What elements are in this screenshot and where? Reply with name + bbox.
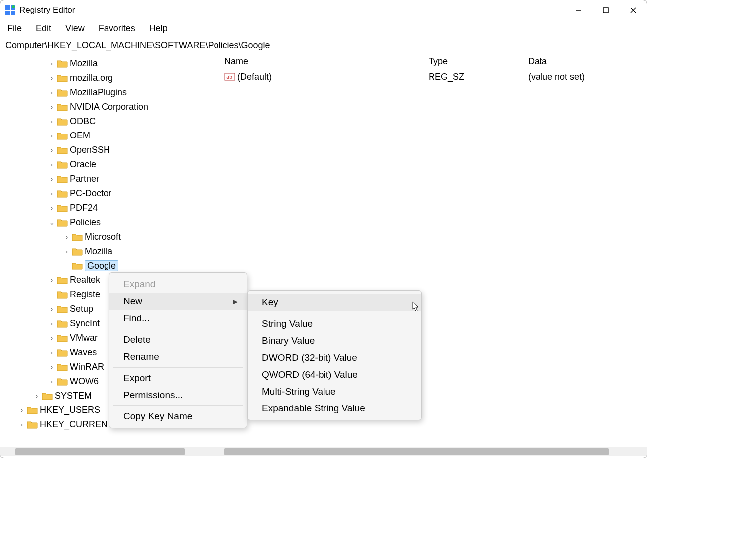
new-key[interactable]: Key (248, 294, 421, 311)
scrollbar-thumb[interactable] (224, 448, 609, 455)
chevron-right-icon[interactable]: › (48, 378, 56, 385)
tree-item-label: WOW6 (70, 376, 99, 387)
folder-icon (57, 377, 68, 386)
chevron-right-icon[interactable]: › (48, 74, 56, 82)
svg-point-4 (12, 5, 15, 8)
chevron-right-icon[interactable]: › (33, 392, 41, 400)
ctx-new[interactable]: New▶ (109, 293, 247, 310)
ctx-delete[interactable]: Delete (109, 331, 247, 348)
chevron-right-icon[interactable]: › (48, 161, 56, 168)
folder-icon (57, 117, 68, 126)
tree-item-policies[interactable]: ⌄Policies (0, 215, 219, 230)
separator (113, 329, 243, 329)
tree-horizontal-scrollbar[interactable] (0, 447, 219, 456)
ctx-rename[interactable]: Rename (109, 348, 247, 365)
column-type[interactable]: Type (429, 56, 528, 67)
tree-item-policies_microsoft[interactable]: ›Microsoft (0, 230, 219, 244)
new-dword-value[interactable]: DWORD (32-bit) Value (248, 349, 421, 366)
tree-item-label: Oracle (70, 159, 96, 170)
tree-item-nvidia[interactable]: ›NVIDIA Corporation (0, 100, 219, 114)
chevron-right-icon[interactable]: › (63, 248, 71, 255)
tree-item-pcdoctor[interactable]: ›PC-Doctor (0, 186, 219, 201)
chevron-right-icon[interactable]: › (48, 60, 56, 67)
value-data: (value not set) (528, 72, 647, 82)
chevron-right-icon[interactable]: › (48, 204, 56, 212)
chevron-right-icon[interactable]: › (48, 276, 56, 284)
chevron-right-icon[interactable]: › (48, 132, 56, 139)
tree-item-label: Setup (70, 304, 93, 314)
chevron-right-icon[interactable]: › (48, 320, 56, 327)
tree-item-label: ODBC (70, 116, 96, 127)
tree-item-label: Policies (70, 217, 101, 228)
chevron-right-icon[interactable]: › (48, 103, 56, 111)
new-string-value[interactable]: String Value (248, 315, 421, 332)
new-multi-string-value[interactable]: Multi-String Value (248, 383, 421, 400)
value-row[interactable]: ab (Default) REG_SZ (value not set) (219, 69, 647, 84)
folder-icon (57, 74, 68, 83)
folder-icon (27, 420, 38, 429)
menu-edit[interactable]: Edit (36, 23, 51, 34)
tree-item-mozilla_org[interactable]: ›mozilla.org (0, 71, 219, 85)
tree-item-openssh[interactable]: ›OpenSSH (0, 143, 219, 157)
tree-item-label: PDF24 (70, 203, 98, 213)
tree-item-oem[interactable]: ›OEM (0, 129, 219, 143)
chevron-right-icon[interactable]: › (18, 421, 26, 428)
tree-item-policies_google[interactable]: Google (0, 259, 219, 273)
tree-item-label: Partner (70, 174, 99, 184)
folder-icon (57, 334, 68, 343)
chevron-right-icon: ▶ (233, 298, 238, 305)
new-submenu: Key String Value Binary Value DWORD (32-… (247, 290, 422, 420)
folder-icon (27, 406, 38, 415)
folder-icon (57, 290, 68, 299)
tree-item-label: SYSTEM (55, 391, 92, 401)
chevron-right-icon[interactable]: › (48, 349, 56, 356)
new-binary-value[interactable]: Binary Value (248, 332, 421, 349)
close-button[interactable] (619, 0, 647, 20)
chevron-down-icon[interactable]: ⌄ (48, 219, 56, 226)
tree-item-partner[interactable]: ›Partner (0, 172, 219, 186)
chevron-right-icon[interactable]: › (48, 190, 56, 197)
tree-item-odbc[interactable]: ›ODBC (0, 114, 219, 129)
chevron-right-icon[interactable]: › (48, 363, 56, 371)
scrollbar-thumb[interactable] (15, 448, 185, 455)
menu-view[interactable]: View (65, 23, 85, 34)
chevron-right-icon[interactable]: › (48, 305, 56, 313)
folder-icon (57, 319, 68, 328)
minimize-button[interactable] (564, 0, 592, 20)
svg-rect-6 (603, 8, 608, 13)
chevron-right-icon[interactable]: › (48, 146, 56, 154)
address-bar[interactable]: Computer\HKEY_LOCAL_MACHINE\SOFTWARE\Pol… (0, 38, 647, 54)
new-expandable-string-value[interactable]: Expandable String Value (248, 400, 421, 417)
chevron-right-icon[interactable]: › (63, 233, 71, 241)
svg-text:ab: ab (226, 74, 232, 80)
tree-item-policies_mozilla[interactable]: ›Mozilla (0, 244, 219, 259)
tree-item-oracle[interactable]: ›Oracle (0, 157, 219, 172)
column-data[interactable]: Data (528, 56, 647, 67)
column-name[interactable]: Name (219, 56, 429, 67)
ctx-export[interactable]: Export (109, 370, 247, 387)
tree-item-pdf24[interactable]: ›PDF24 (0, 201, 219, 215)
chevron-right-icon[interactable]: › (48, 334, 56, 342)
menubar: File Edit View Favorites Help (0, 20, 647, 38)
new-qword-value[interactable]: QWORD (64-bit) Value (248, 366, 421, 383)
ctx-copy-key-name[interactable]: Copy Key Name (109, 408, 247, 425)
chevron-right-icon[interactable]: › (48, 175, 56, 183)
menu-file[interactable]: File (7, 23, 22, 34)
folder-icon (57, 218, 68, 227)
menu-favorites[interactable]: Favorites (99, 23, 135, 34)
values-horizontal-scrollbar[interactable] (219, 447, 647, 456)
maximize-button[interactable] (592, 0, 619, 20)
separator (252, 313, 417, 313)
tree-item-mozilla_plugins[interactable]: ›MozillaPlugins (0, 85, 219, 100)
chevron-right-icon[interactable]: › (48, 89, 56, 96)
ctx-find[interactable]: Find... (109, 310, 247, 327)
folder-icon (57, 175, 68, 184)
ctx-permissions[interactable]: Permissions... (109, 387, 247, 404)
chevron-right-icon[interactable]: › (18, 406, 26, 414)
menu-help[interactable]: Help (149, 23, 168, 34)
value-type: REG_SZ (429, 72, 528, 82)
titlebar: Registry Editor (0, 0, 647, 20)
folder-icon (57, 160, 68, 169)
tree-item-mozilla[interactable]: ›Mozilla (0, 56, 219, 71)
chevron-right-icon[interactable]: › (48, 118, 56, 125)
